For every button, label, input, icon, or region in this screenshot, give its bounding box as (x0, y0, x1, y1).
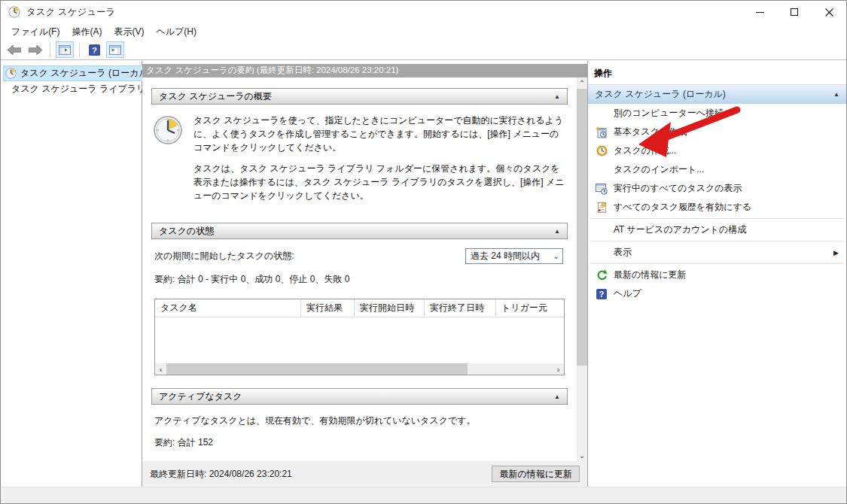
action-label: 表示 (614, 246, 632, 259)
action-view[interactable]: 表示 ▶ (588, 243, 846, 262)
submenu-arrow-icon: ▶ (833, 249, 839, 257)
column-triggered-by[interactable]: トリガー元 (496, 299, 564, 317)
hscroll-thumb[interactable] (166, 363, 468, 375)
scheduler-clock-icon (153, 115, 183, 145)
menu-file[interactable]: ファイル(F) (5, 24, 66, 40)
status-period-dropdown[interactable]: 過去 24 時間以内 ⌄ (465, 248, 563, 264)
summary-panel-header: タスク スケジューラの要約 (最終更新日時: 2024/08/26 23:20:… (142, 64, 587, 77)
actions-group-title: タスク スケジューラ (ローカル) (595, 88, 726, 101)
collapse-icon[interactable]: ▲ (554, 93, 560, 100)
chevron-down-icon: ⌄ (553, 252, 559, 260)
collapse-icon[interactable]: ▲ (554, 393, 560, 400)
create-task-icon (595, 145, 608, 157)
help-button[interactable]: ? (85, 41, 103, 58)
show-action-pane-button[interactable] (106, 41, 124, 58)
tree-item-task-scheduler-local[interactable]: タスク スケジューラ (ローカル) (1, 65, 142, 81)
action-label: タスクの作成... (614, 144, 676, 157)
status-table-hscrollbar[interactable]: ‹ › (155, 363, 564, 375)
toolbar: ? (1, 40, 846, 60)
refresh-button[interactable]: 最新の情報に更新 (492, 466, 580, 482)
action-configure-at-service-account[interactable]: AT サービスのアカウントの構成 (588, 220, 846, 239)
status-table-body (155, 317, 564, 363)
task-status-section-header[interactable]: タスクの状態 ▲ (151, 223, 568, 239)
actions-panel-title: 操作 (588, 64, 846, 85)
forward-arrow-icon (29, 45, 42, 55)
svg-text:?: ? (599, 289, 604, 298)
column-task-name[interactable]: タスク名 (155, 299, 301, 317)
summary-content: タスク スケジューラの概要 ▲ タスク スケジューラを使って、指定したときにコン… (142, 77, 577, 461)
column-run-end[interactable]: 実行終了日時 (425, 299, 496, 317)
action-help[interactable]: ? ヘルプ (588, 284, 846, 303)
scroll-up-icon[interactable]: ⌃ (577, 77, 587, 89)
collapse-icon[interactable]: ▲ (554, 228, 560, 235)
menu-action[interactable]: 操作(A) (66, 24, 108, 40)
menu-view[interactable]: 表示(V) (108, 24, 150, 40)
actions-separator (590, 241, 844, 241)
active-tasks-summary-line: 要約: 合計 152 (154, 436, 565, 449)
title-bar: タスク スケジューラ (1, 1, 846, 23)
status-table-header: タスク名 実行結果 実行開始日時 実行終了日時 トリガー元 (155, 299, 564, 317)
forward-button[interactable] (26, 41, 44, 58)
minimize-button[interactable] (742, 1, 777, 23)
back-button[interactable] (5, 41, 23, 58)
menu-help[interactable]: ヘルプ(H) (150, 24, 203, 40)
tree-item-label: タスク スケジューラ (ローカル) (20, 67, 151, 80)
action-create-task[interactable]: タスクの作成... (588, 141, 846, 160)
overview-section: タスク スケジューラの概要 ▲ タスク スケジューラを使って、指定したときにコン… (151, 88, 568, 211)
active-tasks-section: アクティブなタスク ▲ アクティブなタスクとは、現在有効で、有効期限が切れていな… (151, 388, 568, 461)
clock-icon (5, 68, 17, 79)
action-label: 実行中のすべてのタスクの表示 (614, 182, 742, 195)
overview-section-header[interactable]: タスク スケジューラの概要 ▲ (151, 88, 568, 105)
overview-paragraph-1: タスク スケジューラを使って、指定したときにコンピューターで自動的に実行されるよ… (193, 114, 565, 154)
tree-item-task-scheduler-library[interactable]: タスク スケジューラ ライブラリ (1, 81, 142, 97)
action-label: 基本タスクの作成 (614, 126, 687, 138)
vscroll-thumb[interactable] (577, 89, 587, 366)
actions-group-header[interactable]: タスク スケジューラ (ローカル) ▲ (588, 85, 846, 104)
back-arrow-icon (8, 45, 21, 55)
action-connect-to-another-computer[interactable]: 別のコンピューターへ接続... (588, 104, 846, 123)
action-pane-icon (109, 45, 121, 55)
action-create-basic-task[interactable]: 基本タスクの作成 (588, 123, 846, 141)
scroll-left-icon[interactable]: ‹ (155, 365, 166, 374)
action-label: ヘルプ (614, 287, 641, 300)
console-tree-panel: タスク スケジューラ (ローカル) タスク スケジューラ ライブラリ (1, 61, 142, 487)
minimize-icon (756, 12, 764, 13)
column-run-start[interactable]: 実行開始日時 (355, 299, 425, 317)
show-console-tree-button[interactable] (56, 41, 74, 58)
action-label: 最新の情報に更新 (614, 269, 687, 281)
console-tree-icon (59, 45, 71, 55)
window-title: タスク スケジューラ (26, 6, 115, 19)
task-status-section-title: タスクの状態 (159, 225, 214, 238)
menu-bar: ファイル(F) 操作(A) 表示(V) ヘルプ(H) (1, 23, 846, 40)
close-icon (825, 8, 833, 17)
window-bottom-strip (1, 487, 846, 503)
maximize-button[interactable] (777, 1, 812, 23)
status-summary-line: 要約: 合計 0 - 実行中 0、成功 0、停止 0、失敗 0 (154, 273, 565, 286)
scroll-right-icon[interactable]: › (553, 365, 564, 374)
action-display-running-tasks[interactable]: 実行中のすべてのタスクの表示 (588, 179, 846, 198)
collapse-icon[interactable]: ▲ (833, 91, 839, 98)
clock-app-icon (8, 6, 20, 18)
help-icon: ? (595, 288, 608, 300)
task-history-icon (595, 202, 608, 214)
tree-item-label: タスク スケジューラ ライブラリ (11, 83, 145, 96)
summary-vscrollbar[interactable]: ⌃ ⌄ (577, 77, 587, 461)
actions-separator (590, 263, 844, 264)
active-tasks-section-header[interactable]: アクティブなタスク ▲ (151, 388, 568, 405)
task-scheduler-window: タスク スケジューラ ファイル(F) 操作(A) 表示(V) ヘルプ(H) ? (0, 0, 847, 504)
active-tasks-description: アクティブなタスクとは、現在有効で、有効期限が切れていないタスクです。 (154, 414, 565, 427)
action-label: 別のコンピューターへ接続... (614, 107, 731, 120)
action-enable-all-task-history[interactable]: すべてのタスク履歴を有効にする (588, 198, 846, 217)
close-button[interactable] (812, 1, 846, 23)
basic-task-icon (595, 126, 608, 138)
scroll-down-icon[interactable]: ⌄ (577, 450, 587, 461)
overview-section-title: タスク スケジューラの概要 (159, 90, 272, 103)
action-label: AT サービスのアカウントの構成 (614, 223, 746, 236)
column-run-result[interactable]: 実行結果 (301, 299, 355, 317)
action-refresh[interactable]: 最新の情報に更新 (588, 266, 846, 284)
toolbar-separator (79, 42, 80, 57)
action-import-task[interactable]: タスクのインポート... (588, 160, 846, 179)
actions-separator (590, 218, 844, 219)
summary-footer: 最終更新日時: 2024/08/26 23:20:21 最新の情報に更新 (142, 461, 587, 487)
overview-paragraph-2: タスクは、タスク スケジューラ ライブラリ フォルダーに保管されます。個々のタス… (193, 162, 565, 202)
